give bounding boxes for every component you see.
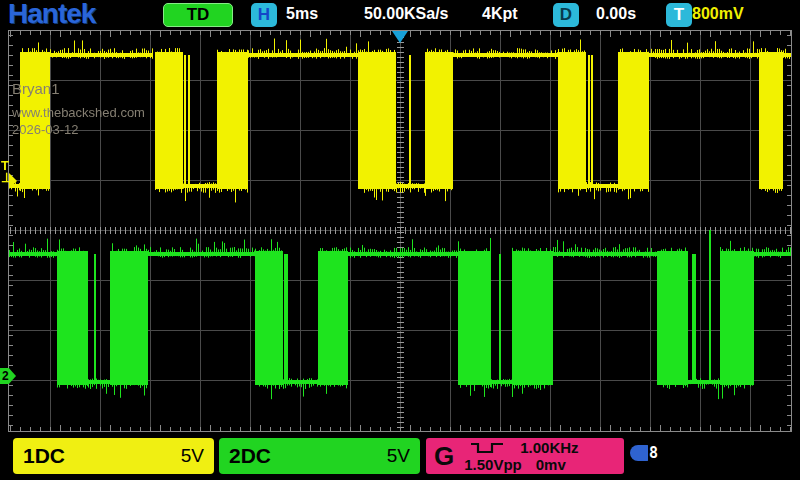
- waveform-display: [0, 0, 800, 480]
- generator-offset: 0mv: [536, 456, 566, 473]
- trigger-level-readout: 800mV: [692, 5, 744, 23]
- channel1-coupling-label: 1DC: [23, 444, 65, 468]
- footer-bar: 1DC 5V 2DC 5V G 1.00KHz 1.50Vpp 0mv: [0, 436, 800, 480]
- horizontal-offset-readout: 0.00s: [596, 5, 636, 23]
- timebase-readout: 5ms: [286, 5, 318, 23]
- square-wave-icon: [470, 441, 504, 454]
- channel1-volts-div: 5V: [181, 445, 204, 467]
- generator-readouts: 1.00KHz 1.50Vpp 0mv: [464, 439, 616, 473]
- usb-indicator: 8: [630, 444, 659, 462]
- channel2-status-box[interactable]: 2DC 5V: [219, 438, 420, 474]
- oscilloscope-screen: Hantek TD H 5ms 50.00KSa/s 4Kpt D 0.00s …: [0, 0, 800, 480]
- trigger-icon: T: [666, 3, 692, 27]
- generator-status-box[interactable]: G 1.00KHz 1.50Vpp 0mv: [426, 438, 624, 474]
- channel2-coupling-label: 2DC: [229, 444, 271, 468]
- header-bar: Hantek TD H 5ms 50.00KSa/s 4Kpt D 0.00s …: [0, 0, 800, 30]
- trigger-position-marker[interactable]: [392, 31, 408, 43]
- generator-amplitude: 1.50Vpp: [464, 456, 522, 473]
- generator-label: G: [434, 441, 454, 472]
- generator-frequency: 1.00KHz: [520, 439, 578, 456]
- hantek-logo: Hantek: [8, 0, 95, 30]
- memory-depth-readout: 4Kpt: [482, 5, 518, 23]
- trigger-status-badge: TD: [163, 3, 233, 27]
- annotation-username: Bryan1: [12, 80, 60, 97]
- horizontal-icon: H: [251, 3, 277, 27]
- usb-digit: 8: [648, 444, 659, 462]
- delay-icon: D: [553, 3, 579, 27]
- channel2-volts-div: 5V: [387, 445, 410, 467]
- usb-drive-icon: [630, 445, 650, 461]
- annotation-website: www.thebackshed.com: [12, 105, 145, 120]
- annotation-date: 2026-03-12: [12, 122, 79, 137]
- sample-rate-readout: 50.00KSa/s: [364, 5, 449, 23]
- channel1-status-box[interactable]: 1DC 5V: [13, 438, 214, 474]
